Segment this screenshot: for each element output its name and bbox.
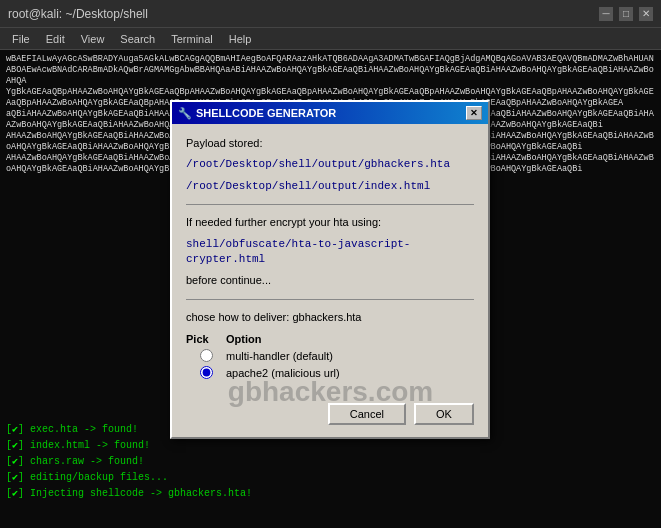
dialog-icon: 🔧 [178,107,192,120]
title-bar: root@kali: ~/Desktop/shell ─ □ ✕ [0,0,661,28]
menu-search[interactable]: Search [112,31,163,47]
shellcode-dialog: 🔧 SHELLCODE GENERATOR ✕ Payload stored: … [170,100,490,439]
terminal-line-2: [✔] index.html -> found! [6,438,655,454]
menu-terminal[interactable]: Terminal [163,31,221,47]
payload-path1: /root/Desktop/shell/output/gbhackers.hta [186,157,474,172]
dialog-title-bar: 🔧 SHELLCODE GENERATOR ✕ [172,102,488,124]
ok-button[interactable]: OK [414,403,474,425]
menu-bar: File Edit View Search Terminal Help [0,28,661,50]
minimize-button[interactable]: ─ [599,7,613,21]
dialog-close-button[interactable]: ✕ [466,106,482,120]
terminal-line-5: [✔] Injecting shellcode -> gbhackers.hta… [6,486,655,502]
before-continue: before continue... [186,273,474,288]
separator2 [186,299,474,300]
dialog-footer: Cancel OK [172,395,488,437]
cancel-button[interactable]: Cancel [328,403,406,425]
radio-apache2[interactable] [200,366,213,379]
maximize-button[interactable]: □ [619,7,633,21]
radio-row-2: apache2 (malicious url) [186,366,474,379]
col-pick: Pick [186,333,226,345]
dialog-body: Payload stored: /root/Desktop/shell/outp… [172,124,488,395]
dialog-title-text: SHELLCODE GENERATOR [196,107,336,119]
terminal-line-4: [✔] editing/backup files... [6,470,655,486]
terminal: wBAEFIALwAyAGcASwBRADYAuga5AGkALwBCAGgAQ… [0,50,661,528]
radio-section: Pick Option multi-handler (default) apac… [186,333,474,379]
encrypt-label: If needed further encrypt your hta using… [186,215,474,230]
radio-multi-handler[interactable] [200,349,213,362]
encrypt-path: shell/obfuscate/hta-to-javascript-crypte… [186,237,474,268]
radio-header: Pick Option [186,333,474,345]
col-option: Option [226,333,261,345]
menu-file[interactable]: File [4,31,38,47]
payload-path2: /root/Desktop/shell/output/index.html [186,179,474,194]
radio-label-apache2: apache2 (malicious url) [226,367,340,379]
menu-edit[interactable]: Edit [38,31,73,47]
radio-label-multi-handler: multi-handler (default) [226,350,333,362]
close-button[interactable]: ✕ [639,7,653,21]
payload-label: Payload stored: [186,136,474,151]
window-title: root@kali: ~/Desktop/shell [8,7,148,21]
terminal-line-3: [✔] chars.raw -> found! [6,454,655,470]
radio-row-1: multi-handler (default) [186,349,474,362]
window-controls: ─ □ ✕ [599,7,653,21]
delivery-label: chose how to deliver: gbhackers.hta [186,310,474,325]
separator1 [186,204,474,205]
menu-help[interactable]: Help [221,31,260,47]
menu-view[interactable]: View [73,31,113,47]
